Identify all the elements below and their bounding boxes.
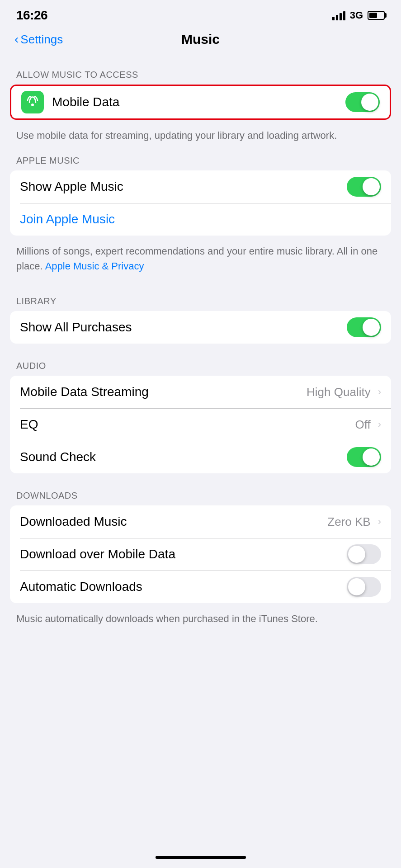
back-chevron-icon: ‹ (14, 33, 19, 46)
signal-bar-1 (332, 17, 335, 20)
eq-value: Off (355, 418, 370, 432)
network-type: 3G (350, 9, 363, 21)
signal-bar-4 (343, 11, 345, 20)
mobile-data-icon (21, 91, 44, 113)
toggle-knob (363, 178, 380, 195)
toggle-knob (363, 448, 380, 466)
nav-header: ‹ Settings Music (0, 27, 401, 56)
show-apple-music-row: Show Apple Music (10, 170, 391, 203)
mobile-data-streaming-label: Mobile Data Streaming (20, 385, 307, 399)
home-indicator (0, 847, 401, 863)
section-label-downloads: DOWNLOADS (0, 487, 401, 505)
svg-point-0 (31, 104, 34, 106)
status-time: 16:26 (16, 8, 47, 23)
join-apple-music-row[interactable]: Join Apple Music (10, 203, 391, 236)
toggle-knob (348, 546, 365, 563)
automatic-downloads-label: Automatic Downloads (20, 580, 347, 594)
show-all-purchases-row: Show All Purchases (10, 311, 391, 344)
section-label-library: LIBRARY (0, 292, 401, 311)
download-over-mobile-data-label: Download over Mobile Data (20, 547, 347, 561)
status-bar: 16:26 3G (0, 0, 401, 27)
downloads-description: Music automatically downloads when purch… (0, 607, 401, 635)
mobile-data-streaming-value: High Quality (307, 385, 371, 399)
section-label-audio: AUDIO (0, 357, 401, 376)
section-label-apple-music: APPLE MUSIC (0, 152, 401, 170)
show-all-purchases-label: Show All Purchases (20, 320, 347, 335)
mobile-data-description: Use mobile data for streaming, updating … (0, 123, 401, 152)
chevron-right-icon: › (378, 419, 381, 430)
apple-music-privacy-link[interactable]: Apple Music & Privacy (45, 260, 144, 272)
join-apple-music-link[interactable]: Join Apple Music (20, 204, 115, 235)
signal-bar-3 (340, 13, 342, 20)
toggle-knob (361, 94, 378, 111)
battery-icon (368, 11, 385, 20)
section-label-allow-access: ALLOW MUSIC TO ACCESS (0, 66, 401, 85)
back-label: Settings (20, 33, 63, 47)
mobile-data-label: Mobile Data (52, 95, 345, 109)
sound-check-label: Sound Check (20, 450, 347, 464)
download-over-mobile-data-row: Download over Mobile Data (10, 538, 391, 571)
chevron-right-icon: › (378, 516, 381, 528)
mobile-data-toggle[interactable] (345, 92, 380, 112)
show-all-purchases-toggle[interactable] (347, 317, 381, 337)
eq-row[interactable]: EQ Off › (10, 408, 391, 441)
eq-label: EQ (20, 417, 355, 432)
status-right: 3G (332, 9, 385, 21)
download-over-mobile-data-toggle[interactable] (347, 544, 381, 564)
audio-card: Mobile Data Streaming High Quality › EQ … (10, 376, 391, 473)
automatic-downloads-toggle[interactable] (347, 577, 381, 597)
chevron-right-icon: › (378, 386, 381, 398)
mobile-data-row: Mobile Data (11, 86, 390, 118)
mobile-data-card: Mobile Data (10, 85, 391, 120)
apple-music-description: Millions of songs, expert recommendation… (0, 239, 401, 283)
page-title: Music (181, 32, 220, 47)
signal-wave-icon (26, 96, 39, 108)
battery-fill (369, 13, 377, 18)
apple-music-card: Show Apple Music Join Apple Music (10, 170, 391, 236)
toggle-knob (348, 578, 365, 595)
sound-check-toggle[interactable] (347, 447, 381, 467)
back-button[interactable]: ‹ Settings (14, 33, 63, 47)
downloaded-music-value: Zero KB (327, 515, 370, 529)
downloaded-music-row[interactable]: Downloaded Music Zero KB › (10, 505, 391, 538)
mobile-data-streaming-row[interactable]: Mobile Data Streaming High Quality › (10, 376, 391, 408)
signal-bar-2 (336, 15, 338, 20)
downloads-card: Downloaded Music Zero KB › Download over… (10, 505, 391, 603)
sound-check-row: Sound Check (10, 441, 391, 473)
library-card: Show All Purchases (10, 311, 391, 344)
show-apple-music-label: Show Apple Music (20, 179, 347, 194)
downloaded-music-label: Downloaded Music (20, 514, 327, 529)
home-bar (156, 856, 246, 859)
toggle-knob (363, 319, 380, 336)
automatic-downloads-row: Automatic Downloads (10, 571, 391, 603)
show-apple-music-toggle[interactable] (347, 177, 381, 197)
signal-bars (332, 10, 345, 20)
